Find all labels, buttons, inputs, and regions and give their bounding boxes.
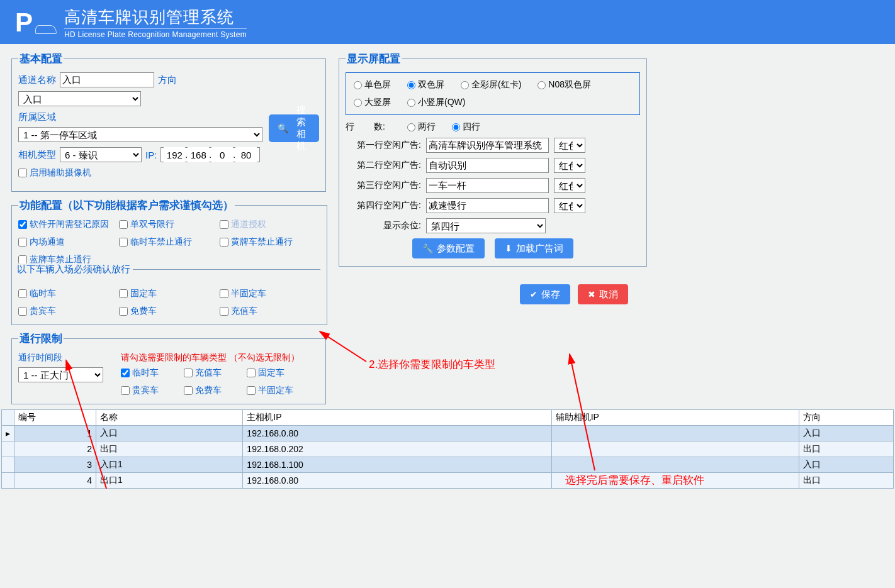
function-config: 功能配置（以下功能根据客户需求谨慎勾选） 软件开闸需登记原因单双号限行通道授权内… <box>11 198 327 325</box>
aux-cam-check[interactable]: 启用辅助摄像机 <box>18 167 91 179</box>
rows-opt-1[interactable]: 四行 <box>452 121 480 133</box>
logo: P <box>15 9 57 36</box>
camera-type-label: 相机类型 <box>18 149 56 161</box>
confirm-check-2[interactable]: 半固定车 <box>220 288 320 299</box>
app-title-zh: 高清车牌识别管理系统 <box>64 6 247 28</box>
ip-seg3[interactable] <box>211 147 233 162</box>
camera-type-select[interactable]: 6 - 臻识 <box>60 147 142 162</box>
confirm-check-3[interactable]: 贵宾车 <box>18 306 119 317</box>
basic-config: 基本配置 通道名称 方向 入口 所属区域 1 -- 第一停车区域 相机类型 <box>11 52 326 192</box>
screen-type-5[interactable]: 小竖屏(QW) <box>407 97 465 108</box>
ad3-label: 第三行空闲广告: <box>346 180 421 191</box>
ad1-color[interactable]: 红色 <box>554 138 585 153</box>
ad3-color[interactable]: 红色 <box>554 178 585 193</box>
table-row[interactable]: 3入口1192.168.1.100入口 <box>2 457 894 473</box>
app-title-en: HD License Plate Recognition Management … <box>64 28 247 39</box>
load-ads-button[interactable]: ⬇ 加载广告词 <box>495 238 573 258</box>
rows-label: 行 数: <box>346 121 402 133</box>
col-dir[interactable]: 方向 <box>799 410 894 426</box>
ip-seg1[interactable] <box>164 147 185 162</box>
func-check-0[interactable]: 软件开闸需登记原因 <box>18 219 119 230</box>
search-camera-button[interactable]: 🔍 搜索相机 <box>269 114 319 142</box>
period-label: 通行时间段 <box>18 352 103 363</box>
screen-legend: 显示屏配置 <box>346 52 402 66</box>
col-name[interactable]: 名称 <box>96 410 243 426</box>
save-button[interactable]: ✔ 保存 <box>520 284 570 304</box>
func-check-1[interactable]: 单双号限行 <box>119 219 220 230</box>
ad4-label: 第四行空闲广告: <box>346 200 421 211</box>
ad2-color[interactable]: 红色 <box>554 158 585 173</box>
remaining-label: 显示余位: <box>346 220 421 231</box>
table-row[interactable]: ▸1入口192.168.0.80入口 <box>2 426 894 441</box>
channel-name-label: 通道名称 <box>18 74 56 86</box>
ad2-input[interactable] <box>426 158 549 173</box>
remaining-select[interactable]: 第四行 <box>426 218 546 233</box>
func-check-3[interactable]: 内场通道 <box>18 236 119 248</box>
restrict-config: 通行限制 通行时间段 1 -- 正大门 请勾选需要限制的车辆类型 （不勾选无限制… <box>11 331 326 404</box>
app-root: P 高清车牌识别管理系统 HD License Plate Recognitio… <box>0 0 895 489</box>
screen-config: 显示屏配置 单色屏双色屏全彩屏(红卡)N08双色屏大竖屏小竖屏(QW) 行 数:… <box>339 52 647 267</box>
ad4-color[interactable]: 红色 <box>554 198 585 213</box>
direction-label: 方向 <box>158 74 177 86</box>
table-row[interactable]: 4出口1192.168.0.80出口 <box>2 473 894 489</box>
restrict-check-5[interactable]: 半固定车 <box>247 385 310 396</box>
car-icon <box>35 25 57 34</box>
wrench-icon: 🔧 <box>422 243 433 253</box>
confirm-check-1[interactable]: 固定车 <box>119 288 220 299</box>
restrict-hint: 请勾选需要限制的车辆类型 （不勾选无限制） <box>121 352 319 363</box>
param-config-button[interactable]: 🔧 参数配置 <box>412 238 485 258</box>
restrict-check-4[interactable]: 免费车 <box>184 385 247 396</box>
logo-letter: P <box>15 9 33 36</box>
col-id[interactable]: 编号 <box>14 410 96 426</box>
ip-seg2[interactable] <box>188 147 209 162</box>
func-check-4[interactable]: 临时车禁止通行 <box>119 236 220 248</box>
ad3-input[interactable] <box>426 178 549 193</box>
screen-type-2[interactable]: 全彩屏(红卡) <box>461 79 521 91</box>
screen-type-4[interactable]: 大竖屏 <box>354 97 391 108</box>
close-icon: ✖ <box>588 289 595 299</box>
rows-opt-0[interactable]: 两行 <box>407 121 436 133</box>
col-ip[interactable]: 主相机IP <box>243 410 551 426</box>
area-label: 所属区域 <box>18 111 56 123</box>
cancel-button[interactable]: ✖ 取消 <box>578 284 628 304</box>
channel-table: 编号 名称 主相机IP 辅助相机IP 方向 ▸1入口192.168.0.80入口… <box>1 409 894 489</box>
basic-legend: 基本配置 <box>18 52 64 66</box>
screen-type-box: 单色屏双色屏全彩屏(红卡)N08双色屏大竖屏小竖屏(QW) <box>346 72 640 115</box>
function-legend: 功能配置（以下功能根据客户需求谨慎勾选） <box>18 198 235 213</box>
screen-type-0[interactable]: 单色屏 <box>354 79 391 91</box>
check-icon: ✔ <box>530 289 538 299</box>
func-check-2[interactable]: 通道授权 <box>220 219 320 230</box>
download-icon: ⬇ <box>505 243 512 253</box>
func-check-5[interactable]: 黄牌车禁止通行 <box>220 236 320 248</box>
restrict-check-3[interactable]: 贵宾车 <box>121 385 184 396</box>
restrict-check-0[interactable]: 临时车 <box>121 367 184 379</box>
content: 基本配置 通道名称 方向 入口 所属区域 1 -- 第一停车区域 相机类型 <box>0 44 895 404</box>
app-header: P 高清车牌识别管理系统 HD License Plate Recognitio… <box>0 0 895 44</box>
confirm-check-0[interactable]: 临时车 <box>18 288 119 299</box>
screen-type-1[interactable]: 双色屏 <box>407 79 444 91</box>
channel-name-input[interactable] <box>60 72 154 87</box>
ip-label: IP: <box>145 150 157 160</box>
confirm-check-4[interactable]: 免费车 <box>119 306 220 317</box>
title-block: 高清车牌识别管理系统 HD License Plate Recognition … <box>64 6 247 39</box>
search-icon: 🔍 <box>278 123 288 133</box>
ip-seg4[interactable] <box>235 147 257 162</box>
ad1-input[interactable] <box>426 138 549 153</box>
confirm-check-5[interactable]: 充值车 <box>220 306 320 317</box>
restrict-check-2[interactable]: 固定车 <box>247 367 310 379</box>
screen-type-3[interactable]: N08双色屏 <box>538 79 591 91</box>
restrict-legend: 通行限制 <box>18 331 64 346</box>
area-select[interactable]: 1 -- 第一停车区域 <box>18 127 262 142</box>
restrict-check-1[interactable]: 充值车 <box>184 367 247 379</box>
ad2-label: 第二行空闲广告: <box>346 160 421 171</box>
period-select[interactable]: 1 -- 正大门 <box>18 367 103 382</box>
table-row[interactable]: 2出口192.168.0.202出口 <box>2 441 894 457</box>
confirm-sub-legend: 以下车辆入场必须确认放行 <box>14 269 320 284</box>
direction-select[interactable]: 入口 <box>18 91 141 106</box>
ad1-label: 第一行空闲广告: <box>346 140 421 151</box>
ad4-input[interactable] <box>426 198 549 213</box>
col-aux[interactable]: 辅助相机IP <box>551 410 799 426</box>
